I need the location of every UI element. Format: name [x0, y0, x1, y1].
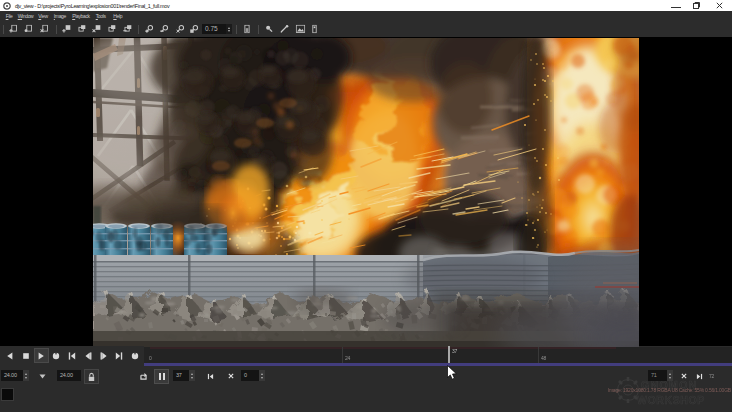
svg-text:WORKSHOP: WORKSHOP — [637, 394, 705, 406]
